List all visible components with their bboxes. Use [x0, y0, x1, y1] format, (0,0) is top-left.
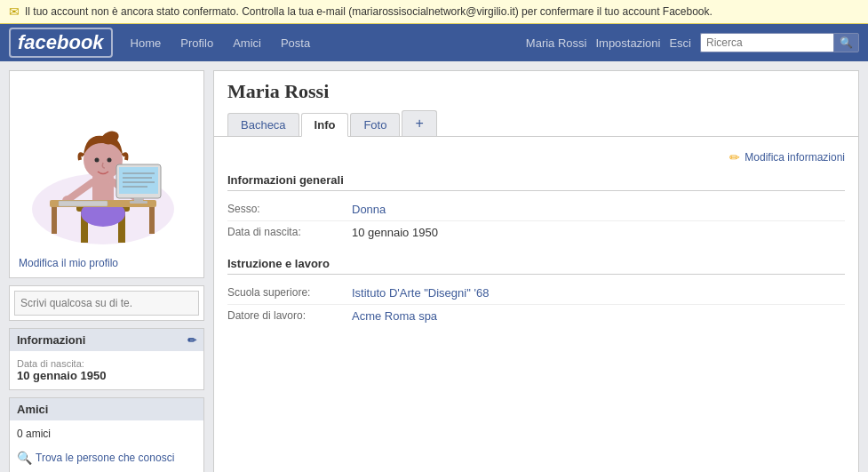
profile-name: Maria Rossi — [227, 80, 329, 103]
svg-rect-18 — [119, 167, 158, 194]
svg-rect-16 — [149, 207, 155, 234]
navbar-right: Maria Rossi Impostazioni Esci 🔍 — [526, 33, 859, 52]
sidebar: Modifica il mio profilo Informazioni ✏ D… — [9, 70, 204, 472]
profile-pic-box: Modifica il mio profilo — [9, 70, 204, 278]
tab-info[interactable]: Info — [301, 113, 349, 137]
search-input[interactable] — [700, 33, 833, 52]
warning-bar: ✉ Il tuo account non è ancora stato conf… — [0, 0, 868, 24]
profile-illustration — [14, 76, 192, 253]
search-box: 🔍 — [700, 33, 859, 52]
tab-bacheca[interactable]: Bacheca — [227, 113, 299, 136]
svg-point-13 — [108, 158, 112, 163]
write-box — [9, 285, 204, 321]
warning-icon: ✉ — [9, 4, 20, 19]
general-section-title: Informazioni generali — [227, 173, 845, 191]
info-row-employer: Datore di lavoro: Acme Roma spa — [227, 305, 845, 327]
sidebar-friends-body: 0 amici — [10, 420, 203, 447]
sidebar-info-title: Informazioni — [17, 333, 85, 347]
school-link[interactable]: Istituto D'Arte "Disegni" '68 — [352, 286, 489, 300]
navbar: facebook Home Profilo Amici Posta Maria … — [0, 24, 868, 61]
sidebar-friends-title: Amici — [17, 403, 48, 416]
info-row-sesso: Sesso: Donna — [227, 198, 845, 221]
employer-label: Datore di lavoro: — [227, 309, 352, 323]
birth-date-value: 10 gennaio 1950 — [17, 369, 196, 382]
facebook-logo[interactable]: facebook — [9, 28, 113, 58]
birth-date-label: Data di nascita: — [17, 358, 196, 369]
birth-value: 10 gennaio 1950 — [352, 226, 845, 239]
profile-main: Maria Rossi Bacheca Info Foto + ✏ Modifi… — [213, 70, 859, 472]
svg-point-12 — [95, 158, 100, 163]
edit-info-btn: ✏ Modifica informazioni — [227, 150, 845, 164]
info-row-school: Scuola superiore: Istituto D'Arte "Diseg… — [227, 282, 845, 305]
navbar-user-name[interactable]: Maria Rossi — [526, 36, 587, 50]
main-content: Modifica il mio profilo Informazioni ✏ D… — [0, 61, 868, 472]
friends-count: 0 amici — [17, 428, 196, 440]
nav-posta[interactable]: Posta — [272, 33, 319, 53]
sidebar-info-section: Informazioni ✏ Data di nascita: 10 genna… — [9, 328, 204, 390]
info-section-general: Informazioni generali Sesso: Donna Data … — [227, 173, 845, 244]
sidebar-info-body: Data di nascita: 10 gennaio 1950 — [10, 351, 203, 389]
profile-svg — [14, 76, 192, 253]
school-label: Scuola superiore: — [227, 286, 352, 300]
svg-rect-15 — [52, 207, 57, 234]
nav-home[interactable]: Home — [122, 33, 171, 53]
nav-profilo[interactable]: Profilo — [171, 33, 222, 53]
navbar-links: Home Profilo Amici Posta — [122, 33, 526, 53]
navbar-settings[interactable]: Impostazioni — [595, 36, 660, 50]
find-friends-link[interactable]: Trova le persone che conosci — [36, 452, 174, 464]
navbar-logout[interactable]: Esci — [669, 36, 691, 50]
find-friends: 🔍 Trova le persone che conosci — [10, 447, 203, 472]
find-friends-icon: 🔍 — [17, 451, 32, 465]
sidebar-friends-header: Amici — [10, 398, 203, 420]
employer-value: Acme Roma spa — [352, 309, 845, 323]
sidebar-info-header: Informazioni ✏ — [10, 329, 203, 351]
nav-amici[interactable]: Amici — [224, 33, 270, 53]
info-row-birth: Data di nascita: 10 gennaio 1950 — [227, 221, 845, 244]
search-button[interactable]: 🔍 — [833, 33, 859, 52]
work-section-title: Istruzione e lavoro — [227, 257, 845, 275]
profile-content: ✏ Modifica informazioni Informazioni gen… — [214, 137, 858, 354]
write-input[interactable] — [14, 291, 199, 316]
warning-text: Il tuo account non è ancora stato confer… — [25, 5, 713, 18]
profile-header: Maria Rossi — [214, 71, 858, 103]
edit-info-link[interactable]: Modifica informazioni — [745, 151, 845, 164]
info-edit-icon[interactable]: ✏ — [187, 334, 196, 347]
modify-profile-link[interactable]: Modifica il mio profilo — [14, 253, 199, 273]
employer-link[interactable]: Acme Roma spa — [352, 309, 437, 323]
svg-rect-25 — [59, 201, 108, 206]
birth-label: Data di nascita: — [227, 226, 352, 239]
sidebar-friends-section: Amici 0 amici 🔍 Trova le persone che con… — [9, 397, 204, 472]
tab-plus[interactable]: + — [402, 110, 436, 136]
svg-rect-24 — [130, 201, 147, 204]
edit-pencil-icon: ✏ — [729, 150, 740, 164]
profile-tabs: Bacheca Info Foto + — [214, 103, 858, 137]
tab-foto[interactable]: Foto — [350, 113, 400, 136]
sesso-label: Sesso: — [227, 203, 352, 216]
info-section-work: Istruzione e lavoro Scuola superiore: Is… — [227, 257, 845, 327]
sesso-value: Donna — [352, 203, 845, 216]
school-value: Istituto D'Arte "Disegni" '68 — [352, 286, 845, 300]
